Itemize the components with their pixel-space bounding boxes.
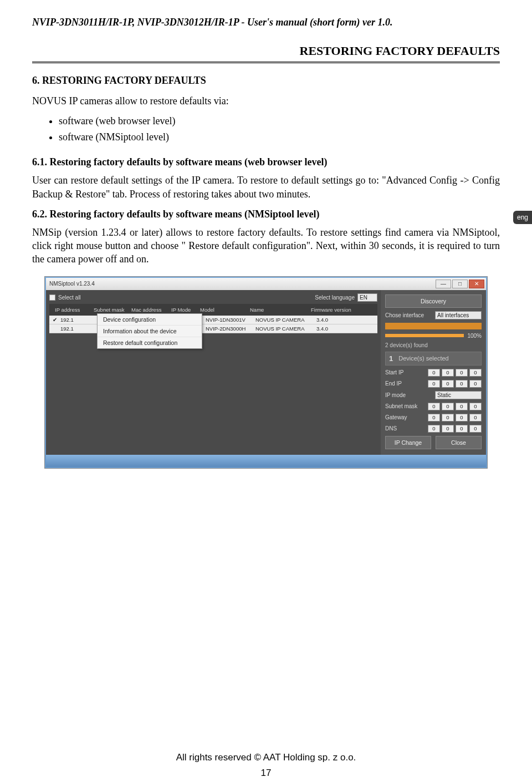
- defaults-methods-list: software (web browser level) software (N…: [59, 115, 500, 143]
- nmsiptool-window: NMSiptool v1.23.4 — □ ✕ Select all Selec…: [44, 276, 488, 469]
- subnet-mask-label: Subnet mask: [385, 403, 417, 409]
- intro-text: NOVUS IP cameras allow to restore defaul…: [32, 94, 500, 108]
- page-number: 17: [0, 768, 532, 779]
- ip-octet[interactable]: 0: [428, 403, 440, 410]
- progress-bar: [385, 334, 464, 337]
- ip-octet[interactable]: 0: [428, 425, 440, 433]
- ip-octet[interactable]: 0: [469, 380, 482, 388]
- ip-octet[interactable]: 0: [428, 380, 440, 388]
- section-6-heading: 6. RESTORING FACTORY DEFAULTS: [32, 75, 500, 87]
- doc-header: NVIP-3DN3011H/IR-1P, NVIP-3DN3012H/IR-1P…: [32, 17, 500, 28]
- ip-octet[interactable]: 0: [469, 369, 482, 377]
- cell-name: NOVUS IP CAMERA: [252, 324, 313, 333]
- ctx-restore-default[interactable]: Restore default configuration: [98, 337, 202, 348]
- section-6-1-body: User can restore default settings of the…: [32, 174, 500, 201]
- select-all-checkbox[interactable]: [49, 294, 55, 301]
- section-6-2-body: NMSip (version 1.23.4 or later) allows t…: [32, 226, 500, 266]
- start-ip-fields[interactable]: 0 0 0 0: [428, 369, 482, 377]
- ip-octet[interactable]: 0: [456, 414, 468, 422]
- ip-octet[interactable]: 0: [442, 403, 454, 410]
- interface-bar: [385, 323, 482, 329]
- ip-mode-select[interactable]: Static: [435, 391, 482, 399]
- language-label: Select language: [315, 294, 355, 301]
- col-name[interactable]: Name: [247, 306, 308, 314]
- ip-octet[interactable]: 0: [456, 403, 468, 410]
- ip-octet[interactable]: 0: [469, 425, 482, 433]
- window-title: NMSiptool v1.23.4: [49, 281, 95, 287]
- section-6-1-heading: 6.1. Restoring factory defaults by softw…: [32, 156, 500, 168]
- section-6-2-heading: 6.2. Restoring factory defaults by softw…: [32, 209, 500, 220]
- progress-percent: 100%: [467, 333, 482, 339]
- ip-octet[interactable]: 0: [469, 403, 482, 410]
- minimize-button[interactable]: —: [436, 280, 451, 288]
- gateway-label: Gateway: [385, 414, 407, 420]
- ip-octet[interactable]: 0: [456, 380, 468, 388]
- ip-octet[interactable]: 0: [442, 380, 454, 388]
- end-ip-label: End IP: [385, 380, 402, 387]
- devices-selected-badge: 1 Device(s) selected: [385, 352, 482, 365]
- ip-octet[interactable]: 0: [469, 414, 482, 422]
- ctx-device-config[interactable]: Device configuration: [98, 314, 202, 326]
- cell-ip: 192.1: [57, 324, 96, 333]
- cell-ip: 192.1: [57, 316, 96, 324]
- col-subnet[interactable]: Subnet mask: [90, 306, 128, 314]
- cell-name: NOVUS IP CAMERA: [252, 316, 313, 324]
- list-item: software (web browser level): [59, 115, 500, 127]
- choose-interface-label: Chose interface: [385, 312, 424, 318]
- ip-octet[interactable]: 0: [456, 425, 468, 433]
- context-menu: Device configuration Information about t…: [97, 313, 202, 349]
- ip-octet[interactable]: 0: [428, 414, 440, 422]
- choose-interface-select[interactable]: All interfaces: [435, 311, 482, 319]
- page-title: RESTORING FACTORY DEFAULTS: [32, 44, 500, 58]
- cell-model: NVIP-2DN3000H: [202, 324, 252, 333]
- col-mac[interactable]: Mac address: [128, 306, 168, 314]
- end-ip-fields[interactable]: 0 0 0 0: [428, 380, 482, 388]
- maximize-button[interactable]: □: [452, 280, 468, 288]
- footer-copyright: All rights reserved © AAT Holding sp. z …: [0, 752, 532, 763]
- ip-change-button[interactable]: IP Change: [385, 436, 431, 449]
- close-panel-button[interactable]: Close: [436, 436, 482, 449]
- subnet-mask-fields[interactable]: 0 0 0 0: [428, 403, 482, 410]
- dns-label: DNS: [385, 425, 397, 431]
- taskbar-strip: [46, 455, 486, 467]
- cell-fw: 3.4.0: [313, 316, 377, 324]
- ip-octet[interactable]: 0: [442, 369, 454, 377]
- close-button[interactable]: ✕: [469, 280, 484, 288]
- title-divider: [32, 62, 500, 64]
- devices-selected-count: 1: [389, 354, 393, 363]
- ip-mode-label: IP mode: [385, 392, 406, 398]
- language-select[interactable]: EN: [357, 293, 377, 302]
- discovery-button[interactable]: Discovery: [385, 294, 482, 308]
- list-item: software (NMSiptool level): [59, 131, 500, 143]
- dns-fields[interactable]: 0 0 0 0: [428, 425, 482, 433]
- col-firmware[interactable]: Firmware version: [308, 306, 375, 314]
- cell-fw: 3.4.0: [313, 324, 377, 333]
- devices-found: 2 device(s) found: [385, 342, 482, 348]
- col-ipmode[interactable]: IP Mode: [168, 306, 197, 314]
- col-ip[interactable]: IP address: [52, 306, 90, 314]
- gateway-fields[interactable]: 0 0 0 0: [428, 414, 482, 422]
- col-model[interactable]: Model: [197, 306, 247, 314]
- devices-selected-label: Device(s) selected: [398, 355, 448, 362]
- ip-octet[interactable]: 0: [456, 369, 468, 377]
- start-ip-label: Start IP: [385, 369, 403, 375]
- select-all-label: Select all: [58, 294, 81, 301]
- device-list-pane: Select all Select language EN IP address…: [46, 290, 381, 455]
- ip-octet[interactable]: 0: [442, 414, 454, 422]
- cell-model: NVIP-1DN3001V: [202, 316, 252, 324]
- window-titlebar[interactable]: NMSiptool v1.23.4 — □ ✕: [46, 278, 486, 290]
- ip-octet[interactable]: 0: [428, 369, 440, 377]
- config-pane: Discovery Chose interface All interfaces…: [381, 290, 486, 455]
- language-badge: eng: [513, 211, 532, 224]
- ctx-device-info[interactable]: Information about the device: [98, 326, 202, 337]
- ip-octet[interactable]: 0: [442, 425, 454, 433]
